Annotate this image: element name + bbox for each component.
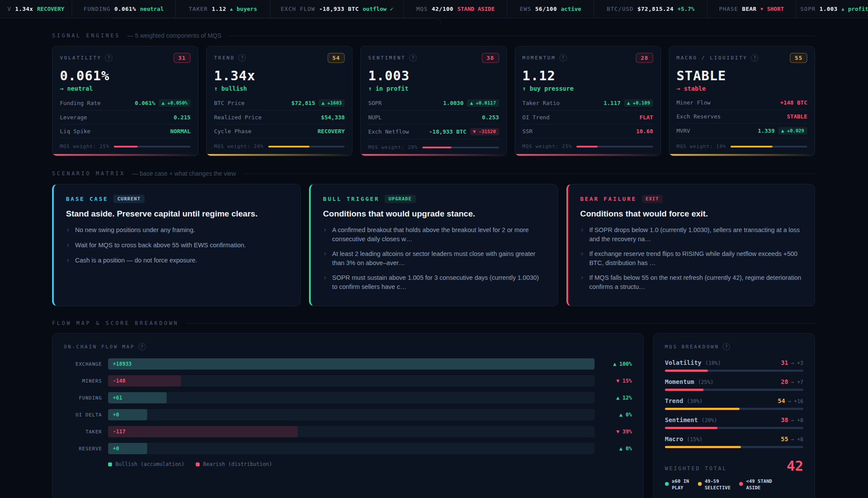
metric-value: 0.061%: [135, 100, 155, 106]
card-accent-bar: [515, 154, 661, 156]
breakdown-bar-track: [665, 408, 803, 410]
help-icon[interactable]: ?: [105, 54, 112, 62]
help-icon[interactable]: ?: [723, 343, 730, 351]
section-header-scenario-matrix: SCENARIO MATRIX — base case + what chang…: [52, 170, 815, 177]
help-icon[interactable]: ?: [559, 54, 567, 62]
card-header: SENTIMENT ? 38: [368, 53, 499, 63]
section-subtitle: — 5 weighted components of MQS: [127, 32, 221, 39]
signal-card-volatility: VOLATILITY ? 31 0.061% → neutral Funding…: [52, 46, 198, 156]
scenario-chip: EXIT: [642, 195, 663, 203]
mqs-weight-row: MQS weight: 20%: [368, 144, 499, 150]
weighted-total-value: 42: [786, 458, 803, 474]
mqs-weight-row: MQS weight: 20%: [214, 144, 345, 149]
ticker-status: RECOVERY: [37, 6, 64, 12]
flow-value: +0: [113, 409, 119, 420]
card-accent-bar: [669, 154, 815, 156]
ticker-label: EWS: [520, 6, 531, 12]
ticker-label: TAKER: [189, 6, 208, 12]
metric-row: Miner Flow +148 BTC: [677, 96, 807, 110]
breakdown-bar-fill: [665, 446, 741, 448]
metric-value: 1.339: [758, 128, 775, 134]
breakdown-weight: (25%): [698, 379, 713, 385]
score-legend: ≥60 IN PLAY 49-59 SELECTIVE <49 STAND AS…: [665, 478, 803, 491]
metric-row: Funding Rate 0.061%▲ +0.050%: [60, 96, 191, 111]
help-icon[interactable]: ?: [751, 54, 758, 62]
metric-label: BTC Price: [214, 100, 244, 106]
panel-title: ON-CHAIN FLOW MAP: [64, 344, 135, 350]
chevron-right-icon: ›: [66, 241, 70, 250]
signal-card-momentum: MOMENTUM ? 28 1.12 ↑ buy pressure Taker …: [515, 46, 661, 156]
card-value: 1.12: [523, 68, 653, 83]
scenario-title: Conditions that would force exit.: [580, 209, 802, 219]
help-icon[interactable]: ?: [409, 54, 417, 62]
card-header: TREND ? 54: [214, 53, 345, 63]
flow-row-miners: MINERS -148 ▼ 15%: [64, 375, 632, 387]
scenario-bullet: › If SOPR drops below 1.0 (currently 1.0…: [580, 226, 802, 244]
breakdown-score: 55: [781, 436, 788, 442]
up-arrow-icon: ▲: [842, 7, 844, 11]
ticker-status: SHORT: [767, 6, 784, 12]
ticker-label: SOPR: [800, 6, 815, 12]
ticker-item-exch-flow: EXCH FLOW -18,933 BTC outflow ✓: [270, 0, 404, 18]
mqs-weight-label: MQS weight: 20%: [368, 144, 418, 150]
flow-bar-track: +0: [108, 443, 595, 454]
metric-row: Exch Netflow -18,933 BTC▼ -31520: [368, 124, 499, 139]
metric-value: 1.0030: [443, 100, 464, 106]
bullet-text: Cash is a position — do not force exposu…: [75, 256, 197, 265]
card-status: ↑ buy pressure: [523, 85, 653, 92]
card-title: MOMENTUM: [523, 55, 556, 61]
weight-bar-fill: [114, 146, 138, 147]
metric-row: Taker Ratio 1.117▲ +0.109: [523, 96, 653, 111]
score-badge: 28: [636, 53, 653, 63]
metric-row: Exch Reserves STABLE: [677, 110, 807, 124]
ticker-item-mqs: MQS 42/100 STAND ASIDE: [404, 0, 507, 18]
panel-title: MQS BREAKDOWN: [665, 344, 719, 350]
metric-label: Taker Ratio: [523, 100, 560, 106]
scenario-chip: UPGRADE: [385, 195, 415, 203]
green-dot-icon: [665, 482, 669, 486]
breakdown-score: 54: [778, 397, 785, 404]
ticker-status: buyers: [237, 6, 257, 12]
scenario-label: BULL TRIGGER: [323, 196, 379, 202]
score-badge: 54: [328, 53, 345, 63]
ticker-label: BTC/USD: [607, 6, 634, 12]
ticker-item-funding: FUNDING 0.061% neutral: [72, 0, 175, 18]
help-icon[interactable]: ?: [138, 343, 146, 351]
score-badge: 55: [790, 53, 807, 63]
ticker-status: active: [561, 6, 581, 12]
flow-value: +18933: [113, 358, 132, 370]
bullet-text: If exchange reserve trend flips to RISIN…: [589, 249, 802, 268]
ticker-value: 56/100: [535, 6, 557, 12]
ticker-label: MQS: [416, 6, 427, 12]
card-status: → stable: [677, 85, 807, 92]
bullet-text: At least 2 leading altcoins or sector le…: [332, 249, 545, 268]
chevron-right-icon: ›: [580, 249, 584, 268]
metric-label: Funding Rate: [60, 100, 101, 106]
section-subtitle: — base case + what changes the view: [132, 170, 236, 177]
flow-label: EXCHANGE: [64, 361, 102, 367]
help-icon[interactable]: ?: [238, 54, 246, 62]
scenario-card-base-case: BASE CASE CURRENT Stand aside. Preserve …: [52, 184, 301, 306]
scenario-bullet: › At least 2 leading altcoins or sector …: [323, 249, 545, 268]
legend-item-selective: 49-59 SELECTIVE: [698, 478, 731, 491]
metric-row: NUPL 0.253: [368, 111, 499, 124]
weight-bar-track: [268, 146, 345, 147]
ticker-value: 0.061%: [115, 6, 136, 12]
legend-label: 49-59 SELECTIVE: [705, 478, 731, 491]
weight-bar-fill: [730, 146, 773, 147]
scenario-label: BASE CASE: [66, 196, 108, 202]
breakdown-bar-fill: [665, 389, 704, 391]
weight-bar-fill: [268, 146, 310, 147]
breakdown-row-macro: Macro (15%) 55→ +8: [665, 435, 803, 448]
metric-delta-badge: ▲ +0.109: [624, 99, 653, 107]
flow-bar-track: +61: [108, 392, 595, 403]
ticker-value: -18,933 BTC: [319, 6, 359, 12]
card-title: TREND: [214, 55, 235, 61]
scenario-card-bear-failure: BEAR FAILURE EXIT Conditions that would …: [566, 184, 815, 306]
scenario-label-row: BEAR FAILURE EXIT: [580, 195, 802, 203]
score-badge: 38: [482, 53, 499, 63]
flow-row-exchange: EXCHANGE +18933 ▲ 100%: [64, 358, 632, 370]
ticker-item-sopr: SOPR 1.003 ▲ profit: [796, 0, 868, 18]
metric-row: SSR 10.68: [523, 124, 653, 138]
metric-label: Leverage: [60, 114, 87, 121]
